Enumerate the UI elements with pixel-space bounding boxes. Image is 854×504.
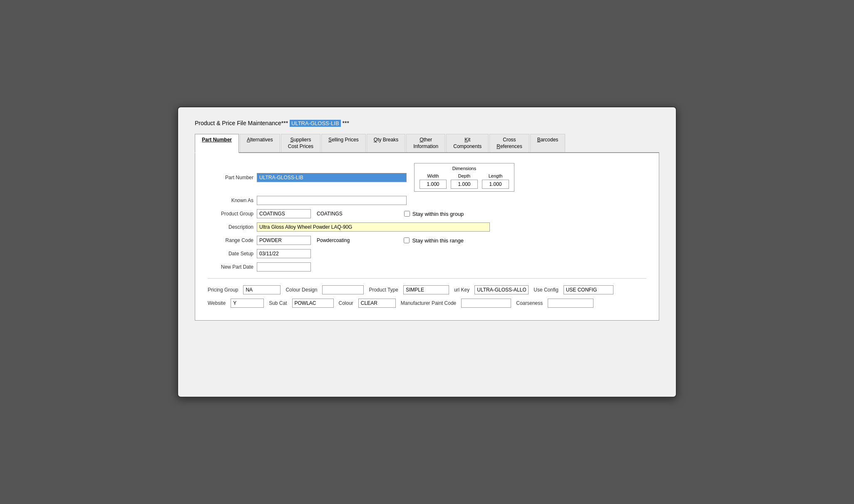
- stay-within-range-checkbox[interactable]: [404, 237, 410, 243]
- stay-within-group-row: Stay within this group: [404, 211, 464, 217]
- product-type-input[interactable]: [403, 285, 449, 294]
- coarseness-label: Coarseness: [516, 300, 543, 306]
- content-area: Part Number Dimensions Width Depth: [195, 153, 659, 321]
- product-group-label: Product Group: [208, 211, 253, 217]
- pricing-section: Pricing Group Colour Design Product Type…: [208, 285, 646, 308]
- part-number-row: Part Number Dimensions Width Depth: [208, 163, 646, 192]
- pricing-group-label: Pricing Group: [208, 287, 238, 293]
- pricing-group-input[interactable]: [243, 285, 281, 294]
- title-suffix: ***: [341, 120, 349, 126]
- tab-barcodes[interactable]: Barcodes: [530, 134, 566, 152]
- stay-within-range-row: Stay within this range: [404, 237, 464, 244]
- range-code-row: Range Code Powdercoating Stay within thi…: [208, 236, 646, 245]
- date-setup-input[interactable]: [257, 249, 311, 258]
- website-label: Website: [208, 300, 226, 306]
- sub-cat-input[interactable]: [292, 299, 334, 308]
- tab-other-info[interactable]: OtherInformation: [406, 134, 445, 152]
- depth-col: Depth: [451, 173, 478, 189]
- manufacturer-paint-code-label: Manufacturer Paint Code: [401, 300, 456, 306]
- product-group-input[interactable]: [257, 209, 311, 218]
- description-label: Description: [208, 224, 253, 230]
- length-input[interactable]: [482, 180, 509, 189]
- depth-input[interactable]: [451, 180, 478, 189]
- main-window: Product & Price File Maintenance*** ULTR…: [177, 106, 677, 398]
- tab-selling-prices[interactable]: Selling Prices: [321, 134, 366, 152]
- new-part-date-label: New Part Date: [208, 264, 253, 270]
- width-col: Width: [420, 173, 447, 189]
- tab-cross-references[interactable]: CrossReferences: [489, 134, 529, 152]
- width-label: Width: [427, 173, 439, 178]
- tab-bar: Part Number Alternatives SuppliersCost P…: [195, 134, 659, 153]
- pricing-row-2: Website Sub Cat Colour Manufacturer Pain…: [208, 299, 646, 308]
- known-as-row: Known As: [208, 196, 646, 205]
- colour-design-input[interactable]: [322, 285, 364, 294]
- stay-within-group-checkbox[interactable]: [404, 211, 410, 217]
- use-config-label: Use Config: [534, 287, 558, 293]
- depth-label: Depth: [458, 173, 470, 178]
- length-label: Length: [489, 173, 503, 178]
- tab-kit-components[interactable]: KitComponents: [446, 134, 489, 152]
- dimensions-box: Dimensions Width Depth Length: [414, 163, 514, 192]
- colour-label: Colour: [339, 300, 353, 306]
- product-group-row: Product Group COATINGS Stay within this …: [208, 209, 646, 218]
- colour-input[interactable]: [358, 299, 396, 308]
- title-prefix: Product & Price File Maintenance***: [195, 120, 290, 126]
- tab-suppliers-cost[interactable]: SuppliersCost Prices: [281, 134, 320, 152]
- sub-cat-label: Sub Cat: [269, 300, 287, 306]
- part-number-label: Part Number: [208, 175, 253, 180]
- length-col: Length: [482, 173, 509, 189]
- stay-within-group-label: Stay within this group: [412, 211, 464, 217]
- title-highlighted: ULTRA-GLOSS-LIB: [290, 120, 341, 127]
- description-input[interactable]: [257, 222, 490, 232]
- use-config-input[interactable]: [564, 285, 613, 294]
- known-as-label: Known As: [208, 198, 253, 203]
- coarseness-input[interactable]: [548, 299, 593, 308]
- tab-qty-breaks[interactable]: Qty Breaks: [367, 134, 405, 152]
- new-part-date-input[interactable]: [257, 262, 311, 272]
- part-number-input[interactable]: [257, 173, 407, 182]
- section-divider: [208, 278, 646, 279]
- stay-within-range-label: Stay within this range: [412, 237, 464, 244]
- url-key-label: url Key: [454, 287, 469, 293]
- url-key-input[interactable]: [474, 285, 529, 294]
- date-setup-label: Date Setup: [208, 251, 253, 257]
- colour-design-label: Colour Design: [285, 287, 317, 293]
- product-type-label: Product Type: [369, 287, 398, 293]
- new-part-date-row: New Part Date: [208, 262, 646, 272]
- range-code-label: Range Code: [208, 237, 253, 243]
- pricing-row-1: Pricing Group Colour Design Product Type…: [208, 285, 646, 294]
- width-input[interactable]: [420, 180, 447, 189]
- page-title: Product & Price File Maintenance*** ULTR…: [195, 120, 659, 126]
- product-group-name: COATINGS: [317, 211, 343, 217]
- website-input[interactable]: [231, 299, 264, 308]
- tab-alternatives[interactable]: Alternatives: [240, 134, 280, 152]
- description-row: Description: [208, 222, 646, 232]
- dimensions-title: Dimensions: [420, 166, 509, 171]
- form-section: Part Number Dimensions Width Depth: [208, 163, 646, 272]
- range-name: Powdercoating: [317, 237, 350, 243]
- tab-part-number[interactable]: Part Number: [195, 134, 239, 153]
- known-as-input[interactable]: [257, 196, 407, 205]
- dimensions-row: Width Depth Length: [420, 173, 509, 189]
- date-setup-row: Date Setup: [208, 249, 646, 258]
- manufacturer-paint-code-input[interactable]: [461, 299, 511, 308]
- range-code-input[interactable]: [257, 236, 311, 245]
